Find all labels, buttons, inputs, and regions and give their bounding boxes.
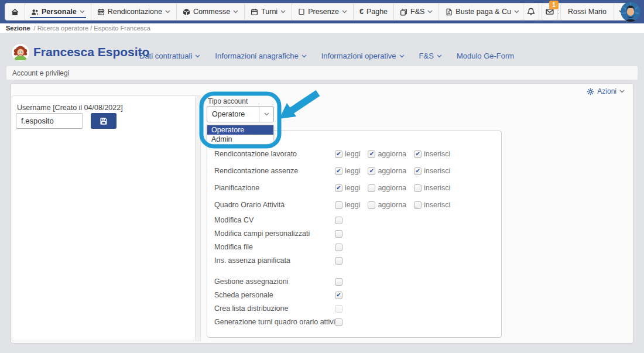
checkbox[interactable]: ✔ xyxy=(414,150,422,158)
checkbox-item xyxy=(335,257,342,265)
calendar-icon xyxy=(97,8,105,16)
save-username-button[interactable] xyxy=(91,113,117,129)
nav-item-turni[interactable]: Turni xyxy=(245,4,292,20)
breadcrumb-path: / Ricerca operatore / Esposito Francesca xyxy=(34,25,150,32)
permission-row-pianificazione: Pianificazione✔leggiaggiornainserisci xyxy=(214,183,495,193)
account-type-dropdown: OperatoreAdmin xyxy=(207,125,274,145)
checkbox-item-inserisci: inserisci xyxy=(414,184,450,192)
nav-item-label: Rendicontazione xyxy=(108,8,162,16)
floppy-icon xyxy=(100,117,108,125)
account-type-label: Tipo account xyxy=(208,97,248,105)
permission-checks xyxy=(335,244,350,251)
checkbox[interactable]: ✔ xyxy=(335,292,342,299)
nav-item-label: Commesse xyxy=(193,8,230,16)
checkbox-label: aggiorna xyxy=(378,184,406,192)
tab-label: Informazioni anagrafiche xyxy=(215,52,298,60)
checkbox-label: inserisci xyxy=(424,184,450,192)
notifications-button[interactable] xyxy=(523,3,539,20)
permission-checks: ✔leggiaggiornainserisci xyxy=(335,184,458,192)
users-icon xyxy=(31,8,39,16)
checkbox[interactable] xyxy=(335,230,342,238)
checkbox[interactable] xyxy=(368,184,375,192)
checkbox-label: aggiorna xyxy=(378,150,406,158)
account-type-select[interactable]: Operatore xyxy=(207,106,274,122)
permission-checks xyxy=(335,217,350,224)
checkbox-item xyxy=(335,278,342,286)
user-menu[interactable]: Rossi Mario xyxy=(560,3,629,20)
tab-label: Dati contrattuali xyxy=(139,52,192,60)
checkbox[interactable] xyxy=(368,201,375,209)
tab-modulo-ge-form[interactable]: Modulo Ge-Form xyxy=(457,52,514,60)
checkbox-item xyxy=(335,305,342,313)
bell-icon xyxy=(527,8,535,16)
nav-item-f-s[interactable]: F&S xyxy=(394,4,439,20)
checkbox[interactable] xyxy=(335,244,342,251)
checkbox-label: leggi xyxy=(345,167,360,175)
permission-row-generazione-turni-quadro-orario-attivit: Generazione turni quadro orario attività xyxy=(214,317,495,327)
permission-row-modifica-cv: Modifica CV xyxy=(214,215,495,225)
checkbox-item xyxy=(335,318,342,326)
checkbox-item-inserisci: inserisci xyxy=(414,201,450,209)
checkbox[interactable] xyxy=(335,318,342,326)
user-name: Rossi Mario xyxy=(561,4,614,20)
checkbox[interactable] xyxy=(335,257,342,265)
user-avatar[interactable] xyxy=(621,2,640,22)
tab-f-s[interactable]: F&S xyxy=(419,52,442,60)
breadcrumb-section: Sezione xyxy=(6,25,30,32)
checkbox[interactable] xyxy=(414,184,422,192)
profile-avatar xyxy=(12,44,29,61)
checkbox-item xyxy=(335,217,342,224)
permission-checks xyxy=(335,278,350,286)
nav-item-buste-paga-cu[interactable]: Buste paga & Cu xyxy=(439,4,526,20)
permission-checks: ✔leggi✔aggiorna✔inserisci xyxy=(335,167,458,175)
checkbox[interactable] xyxy=(335,217,342,224)
checkbox[interactable]: ✔ xyxy=(368,167,375,175)
checkbox[interactable] xyxy=(335,201,342,209)
chevron-down-icon xyxy=(302,54,307,58)
checkbox-label: aggiorna xyxy=(378,201,406,209)
nav-item-paghe[interactable]: €Paghe xyxy=(354,4,394,20)
nav-item-home[interactable] xyxy=(5,4,25,20)
copy-icon xyxy=(400,8,407,16)
checkbox[interactable]: ✔ xyxy=(368,150,375,158)
chevron-down-icon xyxy=(437,54,442,58)
nav-item-rendicontazione[interactable]: Rendicontazione xyxy=(91,4,177,20)
account-type-value: Operatore xyxy=(207,107,259,122)
username-input[interactable] xyxy=(16,113,83,129)
section-bar[interactable]: Account e privilegi xyxy=(6,66,638,80)
checkbox-item xyxy=(335,230,342,238)
tab-informazioni-operative[interactable]: Informazioni operative xyxy=(321,52,405,60)
permission-checks xyxy=(335,318,350,326)
chevron-down-icon xyxy=(80,10,85,13)
checkbox-item-aggiorna: aggiorna xyxy=(368,184,406,192)
checkbox[interactable]: ✔ xyxy=(335,184,342,192)
nav-item-commesse[interactable]: Commesse xyxy=(177,4,245,20)
chevron-down-icon xyxy=(619,90,625,93)
tab-dati-contrattuali[interactable]: Dati contrattuali xyxy=(139,52,200,60)
section-bar-title: Account e privilegi xyxy=(12,69,69,77)
permission-label: Ins. assenza pianificata xyxy=(214,256,335,265)
checkbox-label: inserisci xyxy=(424,150,450,158)
dropdown-option-operatore[interactable]: Operatore xyxy=(207,125,273,135)
actions-menu-button[interactable]: Azioni xyxy=(587,87,625,95)
checkbox[interactable] xyxy=(335,278,342,286)
permission-label: Pianificazione xyxy=(214,184,335,192)
tab-informazioni-anagrafiche[interactable]: Informazioni anagrafiche xyxy=(215,52,306,60)
dropdown-option-admin[interactable]: Admin xyxy=(207,135,273,144)
checkbox-label: inserisci xyxy=(424,201,450,209)
checkbox[interactable] xyxy=(414,201,422,209)
chevron-down-icon xyxy=(342,10,347,13)
messages-badge: 1 xyxy=(549,1,559,9)
euro-icon: € xyxy=(359,8,364,16)
checkbox[interactable]: ✔ xyxy=(335,167,342,175)
square-icon xyxy=(298,8,305,15)
checkbox-item-aggiorna: ✔aggiorna xyxy=(368,167,406,175)
username-column: Username [Creato il 04/08/2022] xyxy=(12,95,201,341)
checkbox[interactable]: ✔ xyxy=(335,150,342,158)
nav-item-presenze[interactable]: Presenze xyxy=(292,4,354,20)
checkbox[interactable]: ✔ xyxy=(414,167,422,175)
scrollbar[interactable] xyxy=(195,96,200,341)
checkbox xyxy=(335,305,342,313)
chevron-down-icon[interactable] xyxy=(259,107,273,122)
nav-item-personale[interactable]: Personale xyxy=(25,4,91,20)
